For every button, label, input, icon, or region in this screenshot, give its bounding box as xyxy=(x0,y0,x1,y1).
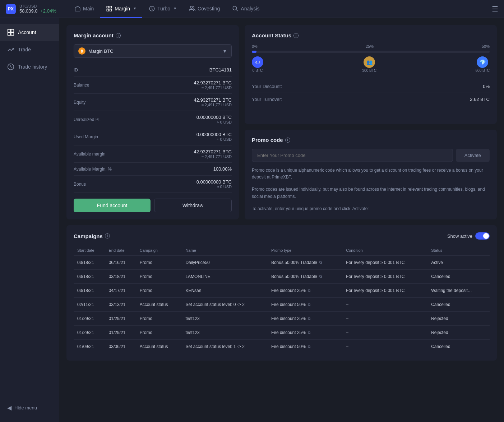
cell-status: Active xyxy=(427,256,490,270)
cell-name: KENsan xyxy=(182,284,267,298)
field-available-margin: Available margin 42.93270271 BTC ≈ 2,491… xyxy=(74,145,232,163)
cell-status: Waiting the deposit… xyxy=(427,284,490,298)
campaigns-tbody: 03/18/21 06/16/21 Promo DailyPrice50 Bon… xyxy=(74,256,490,354)
field-used-margin: Used Margin 0.00000000 BTC ≈ 0 USD xyxy=(74,128,232,145)
svg-rect-3 xyxy=(110,9,112,11)
fund-account-button[interactable]: Fund account xyxy=(74,199,151,212)
cell-condition: For every deposit ≥ 0.001 BTC xyxy=(342,284,427,298)
external-link-icon[interactable]: ⧉ xyxy=(308,302,310,307)
cell-promo-type: Fee discount 50% ⧉ xyxy=(268,340,342,354)
field-bonus: Bonus 0.00000000 BTC ≈ 0 USD xyxy=(74,176,232,193)
cell-condition: For every deposit ≥ 0.001 BTC xyxy=(342,256,427,270)
nav-items: Main Margin ▼ Turbo ▼ Covesting Analysis xyxy=(65,0,492,18)
cell-campaign: Promo xyxy=(136,284,182,298)
cell-name: Set account status level: 1 -> 2 xyxy=(182,340,267,354)
cell-status: Cancelled xyxy=(427,270,490,284)
external-link-icon[interactable]: ⧉ xyxy=(319,274,322,279)
col-end-date: End date xyxy=(105,245,136,256)
your-turnover-row: Your Turnover: 2.62 BTC xyxy=(252,93,490,106)
cell-end-date: 01/29/21 xyxy=(105,312,136,326)
external-link-icon[interactable]: ⧉ xyxy=(308,344,310,349)
nav-item-main[interactable]: Main xyxy=(69,0,100,18)
cell-start-date: 03/18/21 xyxy=(74,284,105,298)
btc-price: 58,039.0 +2.04% xyxy=(19,8,56,14)
cell-campaign: Promo xyxy=(136,312,182,326)
promo-code-info-icon[interactable]: i xyxy=(285,138,290,143)
progress-icons: 🏷 0 BTC 👥 300 BTC 💎 600 BTC xyxy=(252,56,490,73)
cell-end-date: 04/17/21 xyxy=(105,284,136,298)
cell-end-date: 03/13/21 xyxy=(105,298,136,312)
hamburger-icon[interactable]: ☰ xyxy=(492,5,498,13)
campaigns-table: Start date End date Campaign Name Promo … xyxy=(74,245,490,353)
campaigns-title: Campaigns i xyxy=(74,233,110,239)
cell-end-date: 03/18/21 xyxy=(105,270,136,284)
cell-condition: – xyxy=(342,326,427,340)
tier-0: 🏷 0 BTC xyxy=(252,56,263,73)
hide-menu-button[interactable]: ◀ Hide menu xyxy=(0,399,59,416)
cell-start-date: 02/11/21 xyxy=(74,298,105,312)
cell-campaign: Account status xyxy=(136,340,182,354)
margin-account-title: Margin account i xyxy=(74,32,232,38)
toggle-dot xyxy=(483,233,489,239)
sidebar: Account Trade Trade history ◀ Hide menu xyxy=(0,18,59,422)
cell-name: DailyPrice50 xyxy=(182,256,267,270)
cell-start-date: 03/18/21 xyxy=(74,270,105,284)
field-id: ID BTC14181 xyxy=(74,64,232,76)
cell-campaign: Account status xyxy=(136,298,182,312)
table-row: 03/18/21 04/17/21 Promo KENsan Fee disco… xyxy=(74,284,490,298)
table-row: 01/09/21 03/06/21 Account status Set acc… xyxy=(74,340,490,354)
cell-promo-type: Fee discount 25% ⧉ xyxy=(268,326,342,340)
col-name: Name xyxy=(182,245,267,256)
margin-account-info-icon[interactable]: i xyxy=(116,33,121,38)
svg-rect-6 xyxy=(8,29,11,32)
top-nav: PX BTC/USD 58,039.0 +2.04% Main Margin ▼… xyxy=(0,0,504,18)
show-active-toggle[interactable] xyxy=(475,232,490,240)
col-condition: Condition xyxy=(342,245,427,256)
sidebar-item-trade-history[interactable]: Trade history xyxy=(0,58,59,75)
activate-button[interactable]: Activate xyxy=(456,149,490,162)
show-active-row: Show active xyxy=(447,232,490,240)
margin-btc-selector[interactable]: ₿ Margin BTC ▼ xyxy=(74,44,232,58)
cell-promo-type: Bonus 50.00% Tradable ⧉ xyxy=(268,256,342,270)
promo-code-card: Promo code i Activate Promo code is a un… xyxy=(245,130,497,219)
promo-description-3: To activate, enter your unique promo cod… xyxy=(252,205,490,212)
nav-item-covesting[interactable]: Covesting xyxy=(183,0,226,18)
col-promo-type: Promo type xyxy=(268,245,342,256)
sidebar-item-trade[interactable]: Trade xyxy=(0,41,59,58)
col-campaign: Campaign xyxy=(136,245,182,256)
svg-rect-7 xyxy=(11,29,14,32)
cell-end-date: 01/29/21 xyxy=(105,326,136,340)
promo-description-1: Promo code is a unique alphanumeric code… xyxy=(252,167,490,181)
cell-promo-type: Fee discount 25% ⧉ xyxy=(268,312,342,326)
logo-icon: PX xyxy=(6,4,16,14)
withdraw-button[interactable]: Withdraw xyxy=(154,199,232,212)
svg-rect-8 xyxy=(8,33,11,36)
campaigns-info-icon[interactable]: i xyxy=(105,233,110,238)
btc-pair: BTC/USD xyxy=(19,4,56,8)
cell-condition: For every deposit ≥ 0.001 BTC xyxy=(342,270,427,284)
col-start-date: Start date xyxy=(74,245,105,256)
table-row: 03/18/21 03/18/21 Promo LAMONLINE Bonus … xyxy=(74,270,490,284)
progress-section: 0% 25% 50% 🏷 0 BTC xyxy=(252,44,490,73)
cell-start-date: 01/29/21 xyxy=(74,312,105,326)
table-row: 01/29/21 01/29/21 Promo test123 Fee disc… xyxy=(74,326,490,340)
top-row: Margin account i ₿ Margin BTC ▼ ID BTC14… xyxy=(66,25,497,219)
nav-item-turbo[interactable]: Turbo ▼ xyxy=(143,0,182,18)
promo-description-2: Promo codes are issued individually, but… xyxy=(252,186,490,200)
external-link-icon[interactable]: ⧉ xyxy=(308,288,310,293)
cell-condition: – xyxy=(342,340,427,354)
external-link-icon[interactable]: ⧉ xyxy=(308,330,310,335)
cell-campaign: Promo xyxy=(136,326,182,340)
cell-end-date: 06/16/21 xyxy=(105,256,136,270)
nav-item-margin[interactable]: Margin ▼ xyxy=(100,0,142,18)
external-link-icon[interactable]: ⧉ xyxy=(319,260,322,265)
cell-end-date: 03/06/21 xyxy=(105,340,136,354)
account-status-info-icon[interactable]: i xyxy=(293,33,299,38)
external-link-icon[interactable]: ⧉ xyxy=(308,316,310,321)
field-unrealized-pl: Unrealized PL 0.00000000 BTC ≈ 0 USD xyxy=(74,111,232,128)
table-row: 03/18/21 06/16/21 Promo DailyPrice50 Bon… xyxy=(74,256,490,270)
progress-bar-track xyxy=(252,51,490,53)
sidebar-item-account[interactable]: Account xyxy=(0,24,59,41)
promo-code-input[interactable] xyxy=(252,149,453,162)
nav-item-analysis[interactable]: Analysis xyxy=(226,0,265,18)
